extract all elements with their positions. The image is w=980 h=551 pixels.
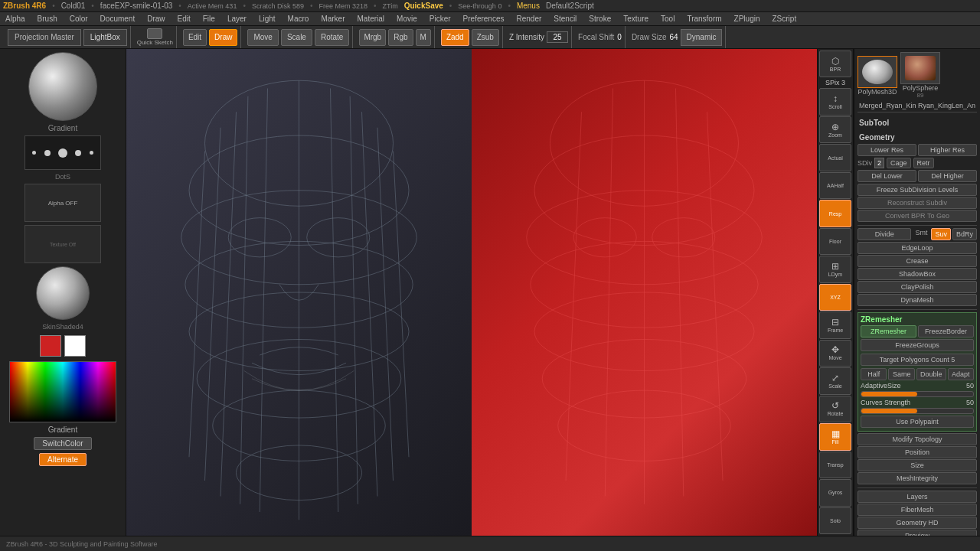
rt-rotate-btn[interactable]: ↺ Rotate (819, 396, 851, 422)
actual-btn[interactable]: Actual (819, 144, 851, 171)
menu-transform[interactable]: Transform (684, 14, 724, 24)
menu-material[interactable]: Material (355, 14, 387, 24)
position-btn[interactable]: Position (858, 446, 977, 458)
use-polypaint-btn[interactable]: Use Polypaint (861, 416, 974, 428)
default-script[interactable]: Default2Script (546, 2, 594, 10)
scale-btn[interactable]: Scale (281, 29, 312, 46)
menu-zscript[interactable]: ZScript (770, 14, 799, 24)
canvas-area[interactable] (126, 49, 817, 536)
modify-topology-btn[interactable]: Modify Topology (858, 433, 977, 445)
lower-res-btn[interactable]: Lower Res (858, 144, 916, 156)
menu-zplugin[interactable]: ZPlugin (732, 14, 763, 24)
menu-file[interactable]: File (201, 14, 217, 24)
freeze-subdiv-btn[interactable]: Freeze SubDivision Levels (858, 184, 977, 196)
foreground-color[interactable] (40, 335, 61, 357)
bpr-btn[interactable]: ⬡ BPR (819, 51, 851, 77)
scroll-btn[interactable]: ↕ Scroll (819, 88, 851, 115)
edge-loop-btn[interactable]: EdgeLoop (858, 242, 977, 254)
dyna-mesh-btn[interactable]: DynaMesh (858, 294, 977, 306)
same-btn[interactable]: Same (888, 368, 914, 380)
alternate-btn[interactable]: Alternate (39, 453, 87, 466)
mesh-integrity-btn[interactable]: MeshIntegrity (858, 472, 977, 484)
quick-save[interactable]: QuickSave (404, 2, 443, 10)
menu-marker[interactable]: Marker (318, 14, 347, 24)
quick-sketch-btn[interactable]: Quick Sketch (137, 28, 173, 46)
suv-btn[interactable]: Suv (931, 228, 951, 240)
menu-edit[interactable]: Edit (175, 14, 193, 24)
texture-preview[interactable]: Texture Off (24, 225, 101, 263)
menu-stencil[interactable]: Stencil (551, 14, 579, 24)
mrgb-btn[interactable]: Mrgb (359, 29, 386, 46)
zadd-btn[interactable]: Zadd (441, 29, 469, 46)
projection-master-btn[interactable]: Projection Master (8, 29, 81, 46)
clay-polish-btn[interactable]: ClayPolish (858, 281, 977, 293)
zoom-btn[interactable]: ⊕ Zoom (819, 116, 851, 143)
menu-document[interactable]: Document (98, 14, 138, 24)
double-btn[interactable]: Double (916, 368, 946, 380)
frame-btn[interactable]: ⊟ Frame (819, 311, 851, 338)
del-higher-btn[interactable]: Del Higher (918, 170, 977, 182)
freeze-groups-btn[interactable]: FreezeGroups (861, 339, 974, 351)
polymesh-thumb[interactable] (900, 52, 940, 84)
menu-light[interactable]: Light (256, 14, 278, 24)
rt-move-btn[interactable]: ✥ Move (819, 340, 851, 367)
sdiv-value[interactable]: 2 (874, 158, 884, 168)
crease-btn[interactable]: Crease (858, 255, 977, 267)
rgb-btn[interactable]: Rgb (388, 29, 413, 46)
menu-draw[interactable]: Draw (145, 14, 167, 24)
draw-btn[interactable]: Draw (209, 29, 237, 46)
move-btn[interactable]: Move (247, 29, 278, 46)
switch-color-btn[interactable]: SwitchColor (34, 437, 91, 450)
rotate-btn[interactable]: Rotate (315, 29, 349, 46)
menu-preferences[interactable]: Preferences (461, 14, 507, 24)
freeze-border-btn[interactable]: FreezeBorder (918, 325, 974, 337)
adaptive-size-slider[interactable] (861, 391, 974, 397)
background-color[interactable] (64, 335, 86, 357)
menu-macro[interactable]: Macro (286, 14, 312, 24)
geometry-hd-btn[interactable]: Geometry HD (858, 517, 977, 529)
bdry-btn[interactable]: BdRy (952, 228, 977, 240)
z-intensity-value[interactable]: 25 (547, 31, 568, 43)
target-polygons-btn[interactable]: Target Polygons Count 5 (861, 354, 974, 366)
menu-brush[interactable]: Brush (35, 14, 60, 24)
shadow-box-btn[interactable]: ShadowBox (858, 268, 977, 280)
reconstruct-btn[interactable]: Reconstruct Subdiv (858, 197, 977, 209)
retr-btn[interactable]: Retr (913, 158, 934, 168)
layers-btn[interactable]: Layers (858, 491, 977, 503)
menu-tool[interactable]: Tool (658, 14, 677, 24)
menu-picker[interactable]: Picker (427, 14, 453, 24)
subtool-title[interactable]: SubTool (858, 118, 977, 128)
floor-btn[interactable]: Floor (819, 228, 851, 255)
del-lower-btn[interactable]: Del Lower (858, 170, 916, 182)
menu-stroke[interactable]: Stroke (586, 14, 613, 24)
fiber-mesh-btn[interactable]: FiberMesh (858, 504, 977, 516)
polysphere-thumb[interactable] (858, 56, 897, 88)
aahalf-btn[interactable]: AAHalf (819, 172, 851, 199)
brush-preview[interactable] (28, 52, 97, 121)
resp-btn[interactable]: Resp (819, 200, 851, 227)
gyros-btn[interactable]: Gyros (819, 479, 851, 506)
curves-strength-slider[interactable] (861, 408, 974, 414)
fill-btn[interactable]: ▦ Fill (819, 423, 851, 450)
transp-btn[interactable]: Transp (819, 452, 851, 478)
menu-layer[interactable]: Layer (225, 14, 249, 24)
dynamic-btn[interactable]: Dynamic (681, 29, 723, 46)
menus-btn[interactable]: Menus (517, 2, 540, 10)
edit-btn[interactable]: Edit (183, 29, 207, 46)
cage-btn[interactable]: Cage (887, 158, 911, 168)
divide-btn[interactable]: Divide (858, 228, 911, 240)
lightbox-btn[interactable]: LightBox (83, 29, 127, 46)
convert-bpr-btn[interactable]: Convert BPR To Geo (858, 210, 977, 222)
zremesher-btn[interactable]: ZRemesher (861, 325, 916, 337)
menu-texture[interactable]: Texture (621, 14, 651, 24)
menu-color[interactable]: Color (67, 14, 90, 24)
zsub-btn[interactable]: Zsub (472, 29, 499, 46)
material-sphere[interactable] (36, 266, 90, 320)
adapt-btn[interactable]: Adapt (948, 368, 974, 380)
menu-movie[interactable]: Movie (394, 14, 420, 24)
alpha-preview[interactable]: Alpha OFF (24, 184, 101, 222)
ldym-btn[interactable]: ⊞ LDym (819, 256, 851, 282)
menu-render[interactable]: Render (514, 14, 544, 24)
preview-btn[interactable]: Preview (858, 530, 977, 536)
higher-res-btn[interactable]: Higher Res (918, 144, 977, 156)
